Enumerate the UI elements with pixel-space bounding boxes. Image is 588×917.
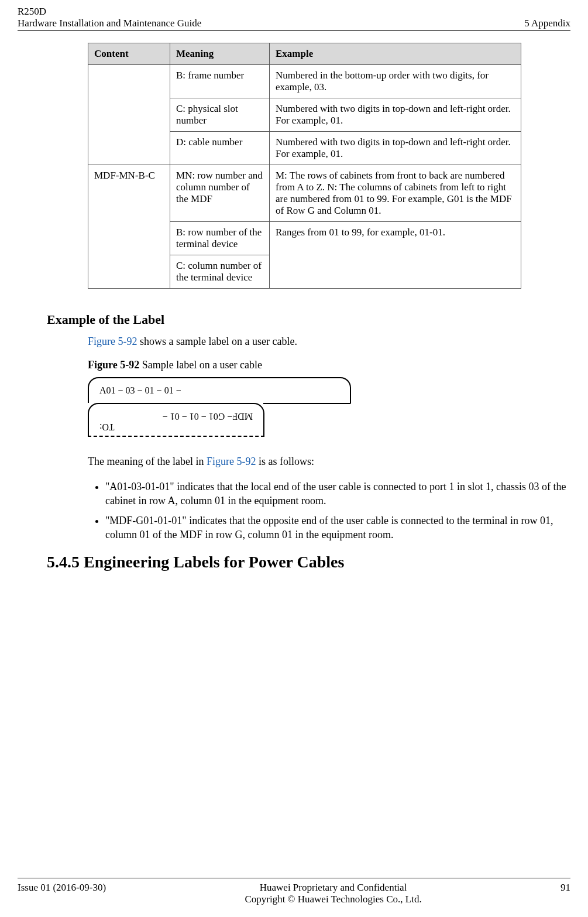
header-divider — [18, 30, 570, 31]
cell-meaning: MN: row number and column number of the … — [170, 165, 270, 222]
meaning-text-pre: The meaning of the label in — [88, 456, 207, 467]
label-bottom-text: MDF− G01 − 01 − 01 − — [163, 412, 253, 422]
bullet-list: "A01-03-01-01" indicates that the local … — [88, 480, 570, 542]
section-heading-power-cables: 5.4.5 Engineering Labels for Power Cable… — [47, 553, 588, 572]
header-left-line2: Hardware Installation and Maintenance Gu… — [18, 18, 201, 29]
meaning-paragraph: The meaning of the label in Figure 5-92 … — [88, 454, 570, 468]
footer-center-line2: Copyright © Huawei Technologies Co., Ltd… — [106, 894, 561, 905]
cell-example: Numbered with two digits in top-down and… — [270, 132, 521, 165]
header-left: R250D Hardware Installation and Maintena… — [18, 6, 201, 29]
page-header: R250D Hardware Installation and Maintena… — [0, 0, 588, 30]
cell-example: Numbered with two digits in top-down and… — [270, 98, 521, 132]
footer-center: Huawei Proprietary and Confidential Copy… — [106, 882, 561, 905]
content-table-wrap: Content Meaning Example B: frame number … — [88, 43, 521, 289]
cell-content-blank — [88, 65, 170, 165]
list-item: "A01-03-01-01" indicates that the local … — [105, 480, 570, 508]
cell-example: Numbered in the bottom-up order with two… — [270, 65, 521, 98]
figure-link[interactable]: Figure 5-92 — [88, 336, 137, 347]
cell-meaning: B: frame number — [170, 65, 270, 98]
table-row: B: frame number Numbered in the bottom-u… — [88, 65, 521, 98]
label-top-text: A01 − 03 − 01 − 01 − — [99, 385, 181, 395]
page-footer: Issue 01 (2016-09-30) Huawei Proprietary… — [18, 878, 570, 905]
footer-left: Issue 01 (2016-09-30) — [18, 882, 106, 905]
cell-meaning: C: physical slot number — [170, 98, 270, 132]
footer-divider — [18, 878, 570, 878]
table-row: MDF-MN-B-C MN: row number and column num… — [88, 165, 521, 222]
footer-center-line1: Huawei Proprietary and Confidential — [106, 882, 561, 894]
meaning-text-post: is as follows: — [256, 456, 314, 467]
footer-right: 91 — [561, 882, 570, 905]
header-right: 5 Appendix — [524, 18, 570, 29]
cell-meaning: B: row number of the terminal device — [170, 222, 270, 255]
label-right-edge — [263, 403, 351, 404]
th-meaning: Meaning — [170, 43, 270, 65]
cell-example: Ranges from 01 to 99, for example, 01-01… — [270, 222, 521, 289]
label-bottom-panel: TO: MDF− G01 − 01 − 01 − — [88, 403, 264, 437]
figure-caption-text: Sample label on a user cable — [139, 359, 262, 371]
th-example: Example — [270, 43, 521, 65]
list-item: "MDF-G01-01-01" indicates that the oppos… — [105, 514, 570, 542]
header-left-line1: R250D — [18, 6, 201, 18]
cell-meaning: C: column number of the terminal device — [170, 255, 270, 289]
cell-content-mdf: MDF-MN-B-C — [88, 165, 170, 289]
figure-link-inline[interactable]: Figure 5-92 — [207, 456, 256, 467]
section-heading-example-label: Example of the Label — [47, 312, 588, 327]
figure-caption: Figure 5-92 Sample label on a user cable — [88, 359, 588, 371]
intro-text-post: shows a sample label on a user cable. — [137, 336, 297, 347]
intro-paragraph: Figure 5-92 shows a sample label on a us… — [88, 334, 570, 348]
figure-caption-strong: Figure 5-92 — [88, 359, 139, 371]
cell-meaning: D: cable number — [170, 132, 270, 165]
cell-example: M: The rows of cabinets from front to ba… — [270, 165, 521, 222]
content-table: Content Meaning Example B: frame number … — [88, 43, 521, 289]
figure-label-diagram: A01 − 03 − 01 − 01 − TO: MDF− G01 − 01 −… — [88, 377, 351, 437]
table-header-row: Content Meaning Example — [88, 43, 521, 65]
label-bottom-to: TO: — [99, 422, 114, 432]
th-content: Content — [88, 43, 170, 65]
label-top-panel: A01 − 03 − 01 − 01 − — [88, 377, 351, 403]
